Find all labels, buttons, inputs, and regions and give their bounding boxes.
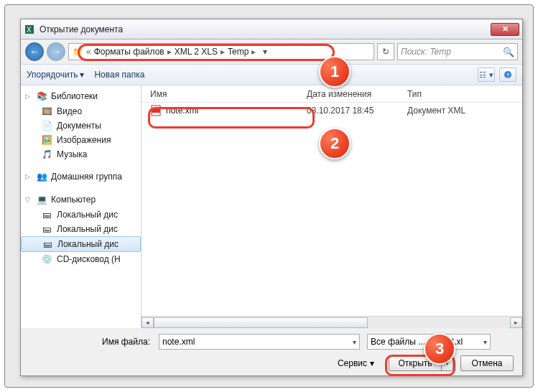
sidebar-video[interactable]: 🎞️Видео: [21, 104, 141, 118]
new-folder-button[interactable]: Новая папка: [94, 70, 144, 80]
file-list-header[interactable]: Имя Дата изменения Тип: [142, 85, 522, 103]
drive-icon: 🖴: [42, 238, 53, 250]
forward-button[interactable]: →: [47, 42, 65, 61]
chevron-right-icon: ▸: [166, 47, 173, 57]
video-icon: 🎞️: [41, 106, 52, 117]
excel-icon: X: [24, 24, 35, 35]
help-button[interactable]: ?: [499, 67, 516, 82]
folder-icon: 📁: [72, 46, 83, 57]
open-button[interactable]: Открыть ▾: [389, 355, 453, 371]
window-title: Открытие документа: [40, 24, 123, 34]
chevron-right-icon: ▸: [250, 47, 257, 57]
scroll-thumb[interactable]: [154, 317, 368, 328]
toolbar: Упорядочить ▾ Новая папка ☷ ▾ ?: [21, 64, 522, 85]
sidebar-computer[interactable]: ▽ 💻 Компьютер: [21, 192, 141, 207]
chevron-right-icon: ▸: [219, 47, 226, 57]
file-date: 03.10.2017 18:45: [307, 106, 407, 116]
search-icon: 🔍: [503, 47, 514, 57]
open-file-dialog: X Открытие документа ✕ ← → 📁 « Форматы ф…: [20, 19, 523, 376]
svg-rect-5: [152, 109, 160, 113]
column-type[interactable]: Тип: [407, 89, 522, 99]
file-row[interactable]: note.xml 03.10.2017 18:45 Документ XML: [142, 103, 522, 118]
navigation-pane: ▷ 📚 Библиотеки 🎞️Видео 📄Документы 🖼️Изоб…: [21, 85, 142, 328]
music-icon: 🎵: [41, 149, 52, 160]
scroll-left-icon[interactable]: ◂: [142, 317, 154, 328]
navigation-row: ← → 📁 « Форматы файлов ▸ XML 2 XLS ▸ Tem…: [21, 39, 522, 64]
drive-icon: 🖴: [41, 209, 52, 220]
back-button[interactable]: ←: [25, 42, 44, 61]
cd-icon: 💿: [41, 253, 52, 265]
sidebar-disk-1[interactable]: 🖴Локальный дис: [21, 207, 141, 222]
file-type: Документ XML: [407, 106, 522, 116]
sidebar-disk-2[interactable]: 🖴Локальный дис: [21, 222, 141, 236]
chevron-down-icon: ▾: [80, 70, 84, 80]
sidebar-images[interactable]: 🖼️Изображения: [21, 133, 141, 147]
homegroup-icon: 👥: [36, 171, 47, 182]
expand-icon: ▷: [25, 93, 32, 100]
column-name[interactable]: Имя: [142, 89, 307, 99]
chevron-down-icon[interactable]: ▾: [353, 338, 356, 346]
filename-value: note.xml: [162, 337, 195, 347]
filetype-value: Все файлы ... *.xlsx;*.xl: [371, 337, 463, 347]
xml-file-icon: [150, 105, 162, 116]
filename-label: Имя файла:: [29, 337, 154, 347]
computer-icon: 💻: [36, 194, 47, 205]
sidebar-music[interactable]: 🎵Музыка: [21, 147, 141, 162]
address-bar[interactable]: 📁 « Форматы файлов ▸ XML 2 XLS ▸ Temp ▸ …: [68, 43, 374, 60]
images-icon: 🖼️: [41, 134, 52, 146]
crumb-2[interactable]: XML 2 XLS: [175, 47, 218, 57]
sidebar-libraries[interactable]: ▷ 📚 Библиотеки: [21, 88, 141, 104]
titlebar[interactable]: X Открытие документа ✕: [21, 19, 522, 39]
search-input[interactable]: Поиск: Temp 🔍: [397, 43, 518, 60]
file-name: note.xml: [166, 106, 198, 116]
cancel-button[interactable]: Отмена: [460, 355, 514, 371]
expand-icon: ▷: [25, 173, 32, 180]
sidebar-homegroup[interactable]: ▷ 👥 Домашняя группа: [21, 169, 141, 185]
sidebar-disk-3[interactable]: 🖴Локальный дис: [21, 236, 141, 252]
view-mode-button[interactable]: ☷ ▾: [478, 67, 495, 82]
address-dropdown[interactable]: ▾: [259, 47, 272, 57]
refresh-button[interactable]: ↻: [377, 43, 394, 60]
service-menu[interactable]: Сервис ▾: [338, 358, 374, 368]
chevron-down-icon[interactable]: ▾: [483, 338, 487, 346]
scroll-right-icon[interactable]: ▸: [510, 317, 522, 328]
svg-text:X: X: [27, 26, 32, 34]
collapse-icon: ▽: [25, 196, 32, 203]
search-placeholder: Поиск: Temp: [401, 47, 451, 57]
sidebar-documents[interactable]: 📄Документы: [21, 118, 141, 133]
close-button[interactable]: ✕: [491, 23, 519, 36]
crumb-leading: «: [85, 47, 93, 57]
open-dropdown-arrow[interactable]: ▾: [441, 356, 453, 370]
scroll-track[interactable]: [154, 317, 510, 328]
documents-icon: 📄: [41, 120, 52, 131]
file-list: Имя Дата изменения Тип note.xml 03.10.20…: [142, 85, 522, 328]
crumb-3[interactable]: Temp: [228, 47, 249, 57]
sidebar-cd[interactable]: 💿CD-дисковод (H: [21, 252, 141, 266]
drive-icon: 🖴: [41, 223, 52, 235]
column-date[interactable]: Дата изменения: [307, 89, 407, 99]
horizontal-scrollbar[interactable]: ◂ ▸: [142, 316, 522, 328]
crumb-1[interactable]: Форматы файлов: [94, 47, 164, 57]
svg-text:?: ?: [506, 72, 510, 79]
filename-input[interactable]: note.xml ▾: [159, 334, 360, 350]
libraries-icon: 📚: [36, 90, 47, 102]
chevron-down-icon: ▾: [370, 358, 374, 368]
filetype-dropdown[interactable]: Все файлы ... *.xlsx;*.xl ▾: [367, 334, 491, 350]
bottom-panel: Имя файла: note.xml ▾ Все файлы ... *.xl…: [21, 328, 522, 378]
organize-menu[interactable]: Упорядочить ▾: [27, 70, 84, 80]
